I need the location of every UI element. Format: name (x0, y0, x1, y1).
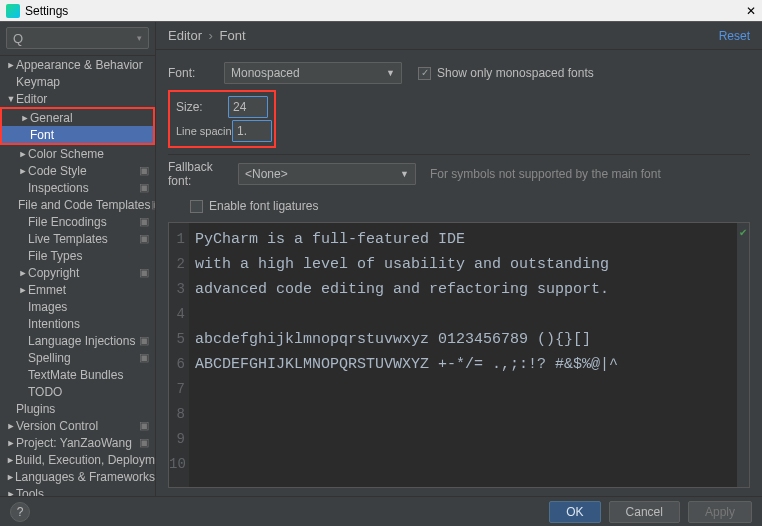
line-number: 9 (169, 427, 185, 452)
line-number: 5 (169, 327, 185, 352)
sidebar-item-copyright[interactable]: ►Copyright▣ (0, 264, 155, 281)
sidebar-item-todo[interactable]: TODO (0, 383, 155, 400)
dialog-footer: ? OK Cancel Apply (0, 496, 762, 526)
line-number: 4 (169, 302, 185, 327)
close-icon[interactable]: ✕ (746, 4, 756, 18)
code-line: with a high level of usability and outst… (195, 252, 731, 277)
project-badge-icon: ▣ (139, 181, 151, 194)
sidebar-item-label: Images (28, 300, 67, 314)
tree-arrow-icon: ► (6, 455, 15, 465)
code-line (195, 427, 731, 452)
cancel-button[interactable]: Cancel (609, 501, 680, 523)
sidebar-item-live-templates[interactable]: Live Templates▣ (0, 230, 155, 247)
sidebar-item-label: Copyright (28, 266, 79, 280)
code-line (195, 452, 731, 477)
sidebar-item-appearance-behavior[interactable]: ►Appearance & Behavior (0, 56, 155, 73)
sidebar-item-label: Languages & Frameworks (15, 470, 155, 484)
preview-marker-strip: ✔ (737, 223, 749, 487)
ok-button[interactable]: OK (549, 501, 600, 523)
settings-sidebar: Q ▾ ►Appearance & BehaviorKeymap▼Editor►… (0, 22, 156, 496)
fallback-hint: For symbols not supported by the main fo… (430, 167, 661, 181)
help-button[interactable]: ? (10, 502, 30, 522)
project-badge-icon: ▣ (139, 436, 151, 449)
line-number: 2 (169, 252, 185, 277)
search-input-wrap[interactable]: Q ▾ (6, 27, 149, 49)
sidebar-item-language-injections[interactable]: Language Injections▣ (0, 332, 155, 349)
line-number: 6 (169, 352, 185, 377)
sidebar-item-label: Build, Execution, Deployment (15, 453, 155, 467)
sidebar-item-keymap[interactable]: Keymap (0, 73, 155, 90)
sidebar-item-label: Plugins (16, 402, 55, 416)
sidebar-item-label: File Encodings (28, 215, 107, 229)
breadcrumb-parent[interactable]: Editor (168, 28, 202, 43)
sidebar-item-languages-frameworks[interactable]: ►Languages & Frameworks (0, 468, 155, 485)
line-spacing-label: Line spacing: (176, 125, 232, 137)
sidebar-item-label: Live Templates (28, 232, 108, 246)
project-badge-icon: ▣ (139, 164, 151, 177)
sidebar-item-tools[interactable]: ►Tools (0, 485, 155, 496)
search-icon: Q (13, 31, 23, 46)
project-badge-icon: ▣ (139, 215, 151, 228)
line-spacing-input[interactable] (232, 120, 272, 142)
monospaced-only-checkbox[interactable] (418, 67, 431, 80)
settings-tree[interactable]: ►Appearance & BehaviorKeymap▼Editor►Gene… (0, 56, 155, 496)
breadcrumb: Editor › Font (168, 28, 246, 43)
sidebar-item-font[interactable]: Font (2, 126, 153, 143)
sidebar-item-label: TODO (28, 385, 62, 399)
settings-content: Editor › Font Reset Font: Monospaced ▼ S… (156, 22, 762, 496)
sidebar-item-label: Language Injections (28, 334, 135, 348)
sidebar-item-intentions[interactable]: Intentions (0, 315, 155, 332)
sidebar-item-file-and-code-templates[interactable]: File and Code Templates▣ (0, 196, 155, 213)
sidebar-item-label: Intentions (28, 317, 80, 331)
font-label: Font: (168, 66, 224, 80)
sidebar-item-file-types[interactable]: File Types (0, 247, 155, 264)
sidebar-item-color-scheme[interactable]: ►Color Scheme (0, 145, 155, 162)
sidebar-item-label: Font (30, 128, 54, 142)
sidebar-highlight-box: ►GeneralFont (0, 107, 155, 145)
sidebar-item-plugins[interactable]: Plugins (0, 400, 155, 417)
line-number: 10 (169, 452, 185, 477)
sidebar-item-label: Appearance & Behavior (16, 58, 143, 72)
preview-gutter: 12345678910 (169, 223, 189, 487)
code-line (195, 302, 731, 327)
code-line (195, 377, 731, 402)
sidebar-item-editor[interactable]: ▼Editor (0, 90, 155, 107)
tree-arrow-icon: ► (6, 421, 16, 431)
sidebar-item-general[interactable]: ►General (2, 109, 153, 126)
sidebar-item-label: File Types (28, 249, 82, 263)
apply-button[interactable]: Apply (688, 501, 752, 523)
sidebar-item-code-style[interactable]: ►Code Style▣ (0, 162, 155, 179)
window-title: Settings (25, 4, 68, 18)
preview-code[interactable]: PyCharm is a full-featured IDEwith a hig… (189, 223, 737, 487)
sidebar-item-label: Color Scheme (28, 147, 104, 161)
line-number: 3 (169, 277, 185, 302)
font-dropdown[interactable]: Monospaced ▼ (224, 62, 402, 84)
size-input[interactable] (228, 96, 268, 118)
sidebar-item-inspections[interactable]: Inspections▣ (0, 179, 155, 196)
ok-marker-icon: ✔ (739, 227, 747, 238)
sidebar-item-file-encodings[interactable]: File Encodings▣ (0, 213, 155, 230)
sidebar-item-textmate-bundles[interactable]: TextMate Bundles (0, 366, 155, 383)
sidebar-item-label: Code Style (28, 164, 87, 178)
sidebar-item-images[interactable]: Images (0, 298, 155, 315)
sidebar-item-spelling[interactable]: Spelling▣ (0, 349, 155, 366)
line-number: 7 (169, 377, 185, 402)
sidebar-item-version-control[interactable]: ►Version Control▣ (0, 417, 155, 434)
reset-link[interactable]: Reset (719, 29, 750, 43)
help-icon: ? (17, 505, 24, 519)
sidebar-item-build-execution-deployment[interactable]: ►Build, Execution, Deployment (0, 451, 155, 468)
tree-arrow-icon: ► (18, 268, 28, 278)
fallback-font-dropdown[interactable]: <None> ▼ (238, 163, 416, 185)
chevron-down-icon: ▼ (386, 68, 395, 78)
tree-arrow-icon: ► (18, 285, 28, 295)
project-badge-icon: ▣ (139, 232, 151, 245)
project-badge-icon: ▣ (151, 198, 155, 211)
ligatures-checkbox[interactable] (190, 200, 203, 213)
tree-arrow-icon: ▼ (6, 94, 16, 104)
sidebar-item-label: Emmet (28, 283, 66, 297)
sidebar-item-emmet[interactable]: ►Emmet (0, 281, 155, 298)
sidebar-item-project-yanzaowang[interactable]: ►Project: YanZaoWang▣ (0, 434, 155, 451)
ligatures-label: Enable font ligatures (209, 199, 318, 213)
code-line (195, 402, 731, 427)
project-badge-icon: ▣ (139, 334, 151, 347)
